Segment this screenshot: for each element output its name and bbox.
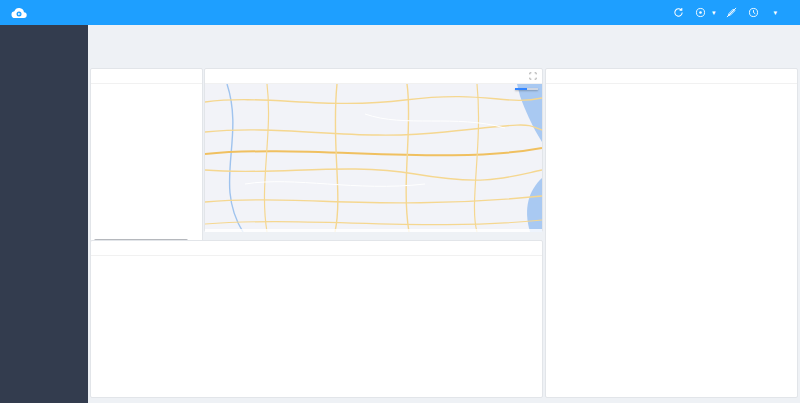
map-attribution <box>205 229 542 232</box>
sidebar <box>0 25 88 403</box>
account-dropdown[interactable]: ▾ <box>770 9 777 16</box>
device-info-header <box>546 69 797 84</box>
chevron-down-icon: ▾ <box>773 9 777 16</box>
map-canvas[interactable] <box>205 84 542 232</box>
device-info-panel <box>545 68 798 398</box>
map-panel <box>204 68 543 232</box>
map-type-hybrid-button[interactable] <box>527 88 538 90</box>
fullscreen-icon[interactable] <box>529 72 537 80</box>
topbar-tools: ▾ ▾ <box>673 7 800 18</box>
map-type-map-button[interactable] <box>515 88 527 90</box>
cloud-logo-icon <box>9 6 29 20</box>
chevron-down-icon: ▾ <box>712 9 716 16</box>
stat-cards <box>91 28 797 66</box>
brand <box>0 6 43 20</box>
device-list-panel <box>90 68 203 245</box>
device-list-header <box>91 69 202 84</box>
refresh-icon[interactable] <box>673 7 684 18</box>
factor-info-panel <box>90 240 543 398</box>
alarm-highlight-dropdown[interactable]: ▾ <box>695 7 716 18</box>
notifications-clock-icon[interactable] <box>748 7 759 18</box>
map-type-switch <box>515 88 538 90</box>
factor-info-header <box>91 241 542 256</box>
dashboard-root: ▾ ▾ <box>0 0 800 403</box>
map-tiles <box>205 84 542 232</box>
topbar: ▾ ▾ <box>0 0 800 25</box>
device-tree <box>91 84 202 246</box>
pen-slash-icon[interactable] <box>726 7 737 18</box>
map-header <box>205 69 542 84</box>
camera-info-label <box>546 91 797 103</box>
factor-cards <box>91 256 542 266</box>
device-info-fields <box>546 84 797 91</box>
